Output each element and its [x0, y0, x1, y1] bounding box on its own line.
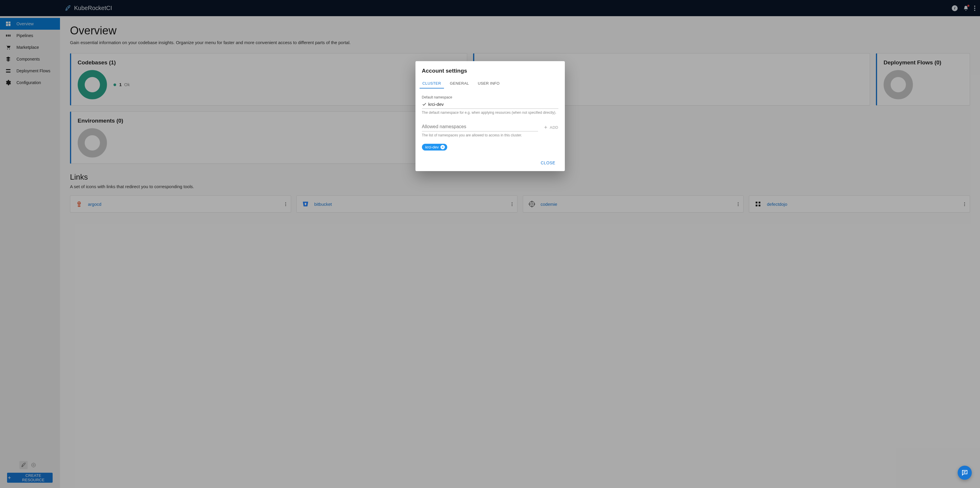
allowed-namespaces-helper: The list of namespaces you are allowed t…	[422, 133, 558, 137]
add-namespace-label: ADD	[550, 125, 558, 130]
plus-icon	[543, 125, 548, 130]
namespace-chip: krci-dev	[422, 144, 447, 151]
default-namespace-input[interactable]	[428, 102, 558, 107]
default-namespace-helper: The default namespace for e.g. when appl…	[422, 111, 558, 114]
tab-general[interactable]: GENERAL	[449, 79, 469, 89]
tab-user-info[interactable]: USER INFO	[477, 79, 500, 89]
default-namespace-label: Default namespace	[422, 95, 558, 99]
remove-chip-button[interactable]	[441, 145, 445, 149]
default-namespace-field: Default namespace The default namespace …	[422, 95, 558, 114]
chat-icon	[961, 469, 968, 476]
tab-cluster[interactable]: CLUSTER	[422, 79, 442, 89]
chat-fab[interactable]	[958, 466, 972, 480]
allowed-namespaces-input[interactable]	[422, 122, 538, 131]
allowed-namespaces-field: ADD The list of namespaces you are allow…	[422, 122, 558, 151]
modal-tabs: CLUSTER GENERAL USER INFO	[422, 79, 558, 89]
modal-actions: CLOSE	[422, 159, 558, 167]
namespace-chips: krci-dev	[422, 144, 558, 151]
namespace-chip-label: krci-dev	[425, 145, 439, 149]
account-settings-modal: Account settings CLUSTER GENERAL USER IN…	[415, 61, 565, 171]
add-namespace-button[interactable]: ADD	[543, 125, 558, 131]
close-button[interactable]: CLOSE	[538, 159, 558, 167]
check-icon	[422, 102, 426, 107]
modal-title: Account settings	[422, 68, 558, 74]
close-icon	[441, 146, 444, 148]
